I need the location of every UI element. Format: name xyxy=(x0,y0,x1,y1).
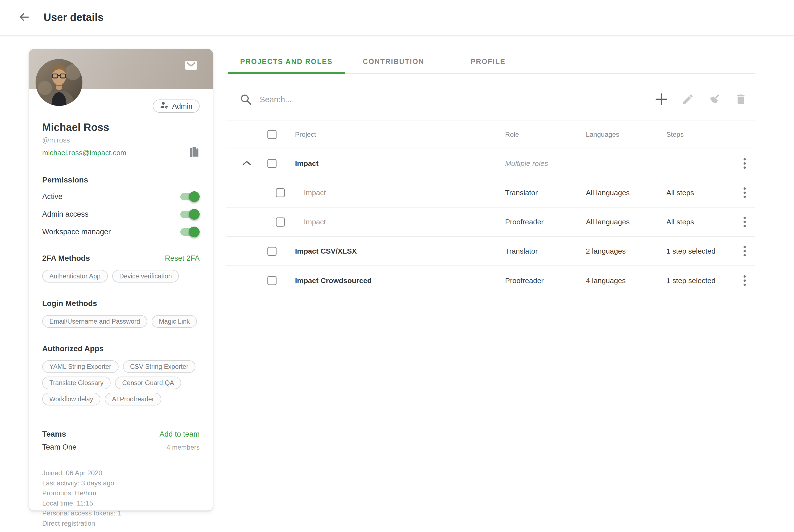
user-details-page: User details xyxy=(0,0,794,532)
row-checkbox[interactable] xyxy=(267,159,277,168)
row-checkbox[interactable] xyxy=(267,247,277,256)
tab-contribution[interactable]: CONTRIBUTION xyxy=(351,50,437,73)
row-checkbox[interactable] xyxy=(276,188,285,197)
teams-heading: Teams xyxy=(42,430,66,439)
team-members-count: 4 members xyxy=(167,443,200,451)
table-row-group-impact[interactable]: Impact Multiple roles xyxy=(226,149,755,178)
meta-access-tokens: Personal access tokens: 1 xyxy=(42,508,200,518)
user-card: Admin Michael Ross @m.ross michael.ross@… xyxy=(29,49,213,511)
active-toggle[interactable] xyxy=(180,193,198,201)
table-toolbar xyxy=(226,74,755,120)
toggle-row-workspace-manager: Workspace manager xyxy=(42,226,200,238)
row-checkbox[interactable] xyxy=(276,217,285,227)
user-meta: Joined: 06 Apr 2020 Last activity: 3 day… xyxy=(42,468,200,528)
delete-button[interactable] xyxy=(734,93,747,107)
row-menu-button[interactable] xyxy=(742,186,748,200)
add-to-team-link[interactable]: Add to team xyxy=(159,430,200,439)
steps-value: 1 step selected xyxy=(666,277,734,285)
projects-table: Project Role Languages Steps Impact Mult… xyxy=(226,120,755,295)
languages-value: 4 languages xyxy=(586,277,666,285)
user-email-link[interactable]: michael.ross@impact.com xyxy=(42,149,126,157)
chevron-up-icon xyxy=(242,160,251,167)
authorized-app-chip: CSV String Exporter xyxy=(123,360,196,373)
admin-role-badge: Admin xyxy=(153,99,200,113)
send-email-button[interactable] xyxy=(185,61,197,71)
workspace-manager-toggle[interactable] xyxy=(180,228,198,236)
select-all-checkbox[interactable] xyxy=(267,130,277,139)
twofa-method-chip: Device verification xyxy=(112,270,179,283)
back-button[interactable] xyxy=(18,11,30,24)
login-method-chip: Magic Link xyxy=(152,315,197,328)
tab-bar: PROJECTS AND ROLES CONTRIBUTION PROFILE xyxy=(226,50,755,74)
steps-value: All steps xyxy=(666,189,734,197)
twofa-heading: 2FA Methods xyxy=(42,254,90,263)
column-header-role: Role xyxy=(505,131,586,138)
row-checkbox[interactable] xyxy=(267,276,277,285)
main-panel: PROJECTS AND ROLES CONTRIBUTION PROFILE xyxy=(226,50,755,295)
manage-accounts-icon xyxy=(160,101,168,111)
login-methods-heading: Login Methods xyxy=(42,299,97,308)
copy-email-button[interactable] xyxy=(189,146,200,159)
user-name: Michael Ross xyxy=(42,121,200,133)
column-header-languages: Languages xyxy=(586,131,666,138)
authorized-apps-heading: Authorized Apps xyxy=(42,344,104,353)
broom-icon xyxy=(708,93,721,107)
row-menu-button[interactable] xyxy=(742,215,748,229)
table-header-row: Project Role Languages Steps xyxy=(226,120,755,149)
tab-profile[interactable]: PROFILE xyxy=(458,50,518,73)
permissions-heading: Permissions xyxy=(42,176,200,185)
column-header-steps: Steps xyxy=(666,131,734,138)
user-card-body: Admin Michael Ross @m.ross michael.ross@… xyxy=(29,99,213,528)
toggle-row-active: Active xyxy=(42,191,200,202)
toggle-row-admin-access: Admin access xyxy=(42,209,200,220)
steps-value: All steps xyxy=(666,218,734,226)
meta-joined: Joined: 06 Apr 2020 xyxy=(42,468,200,478)
languages-value: 2 languages xyxy=(586,247,666,255)
toggle-label: Admin access xyxy=(42,210,89,218)
role-value: Proofreader xyxy=(505,218,586,226)
project-name: Impact xyxy=(295,159,505,168)
table-row-impact-proofreader[interactable]: Impact Proofreader All languages All ste… xyxy=(226,208,755,237)
steps-value: 1 step selected xyxy=(666,247,734,255)
tab-projects-and-roles[interactable]: PROJECTS AND ROLES xyxy=(228,50,345,73)
languages-value: All languages xyxy=(586,218,666,226)
trash-icon xyxy=(734,93,747,107)
search-icon xyxy=(239,93,252,107)
copy-icon xyxy=(189,146,200,159)
reset-2fa-link[interactable]: Reset 2FA xyxy=(165,254,200,263)
team-name: Team One xyxy=(42,443,77,452)
edit-button[interactable] xyxy=(681,93,694,107)
row-menu-button[interactable] xyxy=(742,244,748,258)
project-name: Impact xyxy=(295,218,505,226)
login-method-chip: Email/Username and Password xyxy=(42,315,147,328)
role-value: Proofreader xyxy=(505,277,586,285)
user-handle: @m.ross xyxy=(42,136,200,144)
meta-last-activity: Last activity: 3 days ago xyxy=(42,478,200,489)
table-row-impact-crowdsourced[interactable]: Impact Crowdsourced Proofreader 4 langua… xyxy=(226,266,755,295)
page-header: User details xyxy=(0,0,794,36)
pencil-icon xyxy=(681,93,694,107)
admin-access-toggle[interactable] xyxy=(180,211,198,218)
clear-button[interactable] xyxy=(708,93,721,107)
toggle-label: Workspace manager xyxy=(42,228,111,236)
meta-registration: Direct registration xyxy=(42,518,200,529)
authorized-app-chip: Translate Glossary xyxy=(42,377,111,389)
team-list-item[interactable]: Team One 4 members xyxy=(42,443,200,452)
collapse-row-button[interactable] xyxy=(242,160,251,167)
authorized-app-chip: Censor Guard QA xyxy=(115,377,181,389)
column-header-project: Project xyxy=(295,131,505,138)
row-menu-button[interactable] xyxy=(742,274,748,287)
table-row-impact-csv-xlsx[interactable]: Impact CSV/XLSX Translator 2 languages 1… xyxy=(226,237,755,266)
toggle-label: Active xyxy=(42,192,62,201)
languages-value: All languages xyxy=(586,189,666,197)
add-button[interactable] xyxy=(655,93,668,107)
table-row-impact-translator[interactable]: Impact Translator All languages All step… xyxy=(226,178,755,208)
search-input[interactable] xyxy=(260,95,655,104)
authorized-app-chip: YAML String Exporter xyxy=(42,360,118,373)
twofa-method-chip: Authenticator App xyxy=(42,270,108,283)
avatar xyxy=(36,59,82,106)
row-menu-button[interactable] xyxy=(742,156,748,170)
mail-icon xyxy=(185,61,197,71)
meta-pronouns: Pronouns: He/him xyxy=(42,488,200,498)
back-arrow-icon xyxy=(18,11,30,24)
